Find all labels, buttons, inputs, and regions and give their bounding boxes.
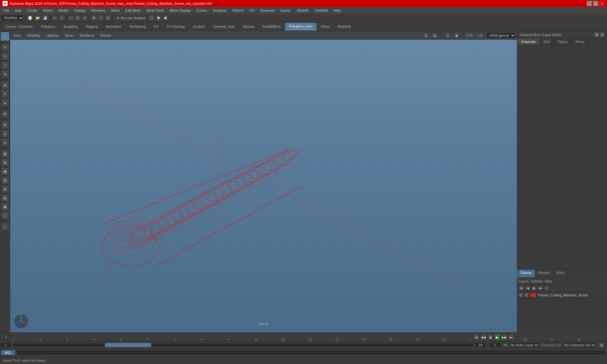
vp-layout-four[interactable]: ⊞ xyxy=(432,32,438,39)
menu-item-edit-mesh[interactable]: Edit Mesh xyxy=(123,7,143,14)
vp-menu-panels[interactable]: Panels xyxy=(99,33,113,38)
sculpt-button[interactable]: ✦ xyxy=(1,90,9,98)
menu-item-create[interactable]: Create xyxy=(24,7,40,14)
display-render-btn[interactable]: ⬣ xyxy=(162,15,169,21)
menu-item-windows[interactable]: Windows xyxy=(89,7,108,14)
snap-point-button[interactable]: ⊡ xyxy=(105,15,111,21)
layer-visibility-button[interactable]: V xyxy=(518,293,523,297)
ch-tab-show[interactable]: Show xyxy=(572,39,588,45)
scale-tool-button[interactable]: ⤢ xyxy=(1,61,9,69)
transform-tool-button[interactable]: ⇲ xyxy=(1,70,9,78)
paint-button[interactable]: ✏ xyxy=(82,15,88,21)
new-scene-button[interactable]: 📄 xyxy=(27,15,34,21)
menu-item-mesh[interactable]: Mesh xyxy=(108,7,122,14)
camera-orbit-button[interactable]: ⊛ xyxy=(1,138,9,147)
vp-wireframe[interactable]: ⬡ xyxy=(445,32,451,39)
tab-rendering[interactable]: Rendering xyxy=(126,23,150,30)
ch-tab-channels[interactable]: Channels xyxy=(517,39,540,45)
display-layer-btn5[interactable]: ▥ xyxy=(1,185,9,193)
display-layer-btn3[interactable]: ▩ xyxy=(1,167,9,175)
layer-anim-tab[interactable]: Anim xyxy=(553,270,568,277)
tab-general_user[interactable]: General_User xyxy=(209,23,238,30)
display-layer-btn8[interactable]: ▢ xyxy=(1,211,9,220)
vp-menu-view[interactable]: View xyxy=(11,33,23,38)
undo-button[interactable]: ↩ xyxy=(52,15,58,21)
select-tool-button[interactable]: ↖ xyxy=(1,32,9,40)
menu-item-uv[interactable]: UV xyxy=(247,7,257,14)
menu-item-generate[interactable]: Generate xyxy=(257,7,277,14)
tab-muscle[interactable]: Muscle xyxy=(239,23,258,30)
script-input[interactable] xyxy=(16,350,606,355)
menu-item-curves[interactable]: Curves xyxy=(194,7,210,14)
panel-close-button[interactable]: ✕ xyxy=(600,33,604,37)
menu-item-edit[interactable]: Edit xyxy=(13,7,24,14)
menu-item--3dtoall-[interactable]: -3DtoAll- xyxy=(293,7,312,14)
tab-redshift[interactable]: Redshift xyxy=(334,23,354,30)
playback-goto-end[interactable]: ⏭ xyxy=(508,334,514,340)
char-set-select[interactable]: No Character Set xyxy=(562,342,596,348)
menu-item-deform[interactable]: Deform xyxy=(230,7,246,14)
camera-zoom-button[interactable]: ⊟ xyxy=(1,130,9,138)
display-layer-btn1[interactable]: ▦ xyxy=(1,149,9,158)
playback-step-back[interactable]: ◀◀ xyxy=(480,334,487,340)
menu-item-help[interactable]: Help xyxy=(331,7,343,14)
display-layer-btn7[interactable]: ▣ xyxy=(1,203,9,211)
right-panel-controls[interactable]: ⧉ ✕ xyxy=(594,33,604,37)
vp-layout-single[interactable]: ⊡ xyxy=(423,32,429,39)
lasso-button[interactable]: ⊙ xyxy=(75,15,81,21)
layer-nav-next[interactable]: ▶ xyxy=(531,286,537,291)
layer-playback-button[interactable]: P xyxy=(524,293,529,297)
layer-help-option[interactable]: Help xyxy=(545,279,552,283)
ch-tab-object[interactable]: Object xyxy=(554,39,572,45)
tab-painteffects[interactable]: PaintEffects xyxy=(259,23,285,30)
list-item[interactable]: V P Thread_Cutting_Machine_Screw xyxy=(517,292,607,299)
render-btn[interactable]: ⬡ xyxy=(148,15,155,21)
menu-item-cache[interactable]: Cache xyxy=(278,7,293,14)
menu-item-mesh-tools[interactable]: Mesh Tools xyxy=(144,7,166,14)
move-tool-button[interactable]: ✛ xyxy=(1,43,9,52)
layer-layers-option[interactable]: Layers xyxy=(518,279,529,283)
select-mode-button[interactable]: ⬚ xyxy=(68,15,74,21)
layer-options-option[interactable]: Options xyxy=(531,279,543,283)
mel-tab-button[interactable]: MEL xyxy=(1,350,15,355)
vp-menu-lighting[interactable]: Lighting xyxy=(44,33,60,38)
layer-nav-first[interactable]: ⏮ xyxy=(518,286,524,291)
playback-play[interactable]: ▶ xyxy=(494,334,500,340)
rotate-tool-button[interactable]: ↻ xyxy=(1,52,9,60)
close-button[interactable]: ✕ xyxy=(599,1,604,6)
ch-tab-edit[interactable]: Edit xyxy=(540,39,554,45)
anim-layer-select[interactable]: No Anim Layer xyxy=(509,342,539,348)
playback-forward[interactable]: ▶▶ xyxy=(501,334,507,340)
tab-polygons[interactable]: Polygons xyxy=(37,23,59,30)
tab-xgen[interactable]: XGen xyxy=(317,23,334,30)
display-layer-btn4[interactable]: ▨ xyxy=(1,176,9,184)
tab-fx-caching[interactable]: FX Caching xyxy=(163,23,188,30)
layer-display-tab[interactable]: Display xyxy=(517,270,535,277)
char-set-options-button[interactable]: ⚙ xyxy=(598,342,604,348)
range-start-input[interactable] xyxy=(0,342,11,348)
menu-item-redshift[interactable]: Redshift xyxy=(313,7,330,14)
color-mode-dropdown[interactable]: sRGB gamma xyxy=(486,32,516,39)
menu-item-mesh-display[interactable]: Mesh Display xyxy=(167,7,193,14)
viewport[interactable]: View Shading Lighting Show Renderer Pane… xyxy=(10,31,517,332)
playback-goto-start[interactable]: ⏮ xyxy=(473,334,480,340)
ipr-btn[interactable]: ⬢ xyxy=(155,15,162,21)
menu-item-file[interactable]: File xyxy=(1,7,12,14)
layer-render-tab[interactable]: Render xyxy=(535,270,553,277)
window-controls[interactable]: ─ □ ✕ xyxy=(587,1,604,6)
soft-mod-button[interactable]: ◈ xyxy=(1,81,9,89)
range-slider-handle[interactable] xyxy=(105,343,151,347)
menu-item-select[interactable]: Select xyxy=(40,7,55,14)
menu-item-modify[interactable]: Modify xyxy=(56,7,71,14)
layer-nav-last[interactable]: ⏭ xyxy=(537,286,543,291)
maximize-button[interactable]: □ xyxy=(593,1,598,6)
menu-item-surfaces[interactable]: Surfaces xyxy=(211,7,229,14)
layer-nav-new[interactable]: + xyxy=(544,286,549,291)
display-layer-btn2[interactable]: ▧ xyxy=(1,158,9,167)
vp-menu-shading[interactable]: Shading xyxy=(25,33,42,38)
snap-grid-button[interactable]: ⊞ xyxy=(91,15,97,21)
playback-back[interactable]: ◀ xyxy=(487,334,494,340)
tab-sculpting[interactable]: Sculpting xyxy=(60,23,82,30)
display-layer-btn6[interactable]: ▤ xyxy=(1,194,9,202)
open-scene-button[interactable]: 📂 xyxy=(34,15,41,21)
